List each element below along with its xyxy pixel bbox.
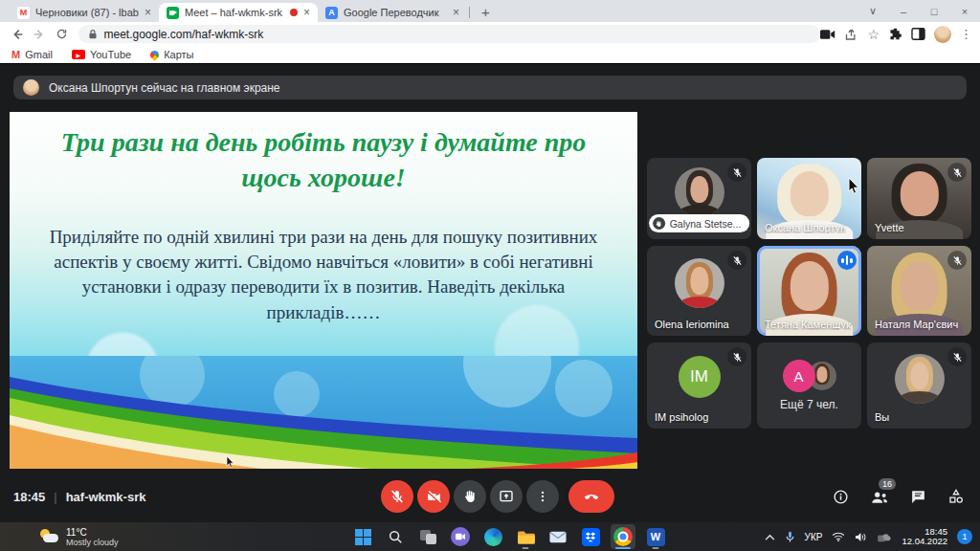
hand-raised-pill: Galyna Stetse... bbox=[649, 214, 750, 232]
more-options-button[interactable] bbox=[526, 480, 559, 513]
hand-icon bbox=[653, 217, 665, 230]
window-controls: ∨ – □ × bbox=[858, 0, 980, 22]
window-maximize-icon[interactable]: □ bbox=[919, 6, 949, 17]
reload-button[interactable] bbox=[51, 23, 74, 46]
dropbox-icon[interactable] bbox=[578, 524, 603, 549]
language-indicator[interactable]: УКР bbox=[805, 532, 823, 542]
system-tray: УКР 18:45 12.04.2022 1 bbox=[765, 527, 972, 547]
participant-tile[interactable]: Olena Ieriomina bbox=[647, 246, 751, 336]
overflow-tile[interactable]: A Ещё 7 чел. bbox=[757, 342, 861, 429]
bookmark-gmail[interactable]: M Gmail bbox=[11, 49, 53, 60]
search-button[interactable] bbox=[383, 524, 408, 549]
meeting-info: 18:45 | haf-wkmk-srk bbox=[13, 490, 145, 504]
window-chevron-icon[interactable]: ∨ bbox=[858, 5, 888, 17]
meet-control-bar: 18:45 | haf-wkmk-srk bbox=[0, 474, 980, 518]
weather-temp: 11°C bbox=[66, 527, 119, 538]
overflow-count: Ещё 7 чел. bbox=[780, 398, 838, 411]
tray-mic-icon[interactable] bbox=[785, 531, 795, 543]
initials-avatar: IM bbox=[679, 356, 721, 398]
bookmark-label: Gmail bbox=[25, 49, 53, 60]
meeting-details-button[interactable] bbox=[833, 489, 849, 505]
edge-icon[interactable] bbox=[480, 524, 505, 549]
tab-close-icon[interactable]: × bbox=[145, 6, 151, 19]
chat-button[interactable] bbox=[910, 489, 926, 505]
share-icon[interactable] bbox=[844, 28, 858, 41]
participant-tile[interactable]: Yvette bbox=[867, 158, 971, 239]
side-panel-icon[interactable] bbox=[911, 28, 925, 40]
bookmark-maps[interactable]: Карты bbox=[150, 49, 193, 60]
extensions-icon[interactable] bbox=[888, 27, 902, 41]
camera-in-use-icon[interactable] bbox=[820, 29, 835, 40]
participants-button[interactable]: 16 bbox=[870, 489, 889, 505]
mic-off-icon bbox=[727, 163, 746, 182]
forward-button[interactable] bbox=[28, 23, 51, 46]
weather-icon bbox=[40, 529, 59, 544]
notification-badge[interactable]: 1 bbox=[957, 529, 972, 544]
tab-close-icon[interactable]: × bbox=[303, 6, 310, 19]
avatar bbox=[675, 258, 724, 308]
tray-cloud-icon[interactable] bbox=[877, 532, 892, 542]
presenter-cursor-icon bbox=[226, 456, 234, 469]
back-button[interactable] bbox=[6, 23, 29, 46]
presenting-banner: Оксана Шпортун сейчас на главном экране bbox=[13, 76, 967, 99]
participant-tile-presenter[interactable]: Оксана Шпортун bbox=[757, 158, 861, 239]
tab-meet[interactable]: Meet – haf-wkmk-srk × bbox=[159, 3, 318, 22]
mic-off-icon bbox=[727, 251, 746, 270]
window-close-icon[interactable]: × bbox=[949, 6, 980, 17]
participant-tile[interactable]: IM IM psiholog bbox=[647, 342, 751, 429]
meeting-code: haf-wkmk-srk bbox=[66, 490, 146, 504]
taskbar-clock[interactable]: 18:45 12.04.2022 bbox=[902, 527, 947, 547]
mic-toggle-button[interactable] bbox=[381, 480, 413, 513]
participant-name: Тетяна Каменщук bbox=[765, 319, 851, 330]
tab-translate[interactable]: A Google Переводчик × bbox=[318, 3, 467, 22]
participant-name: Olena Ieriomina bbox=[655, 319, 729, 330]
chrome-menu-icon[interactable]: ⋮ bbox=[960, 27, 972, 41]
overflow-avatar-letter: A bbox=[783, 360, 815, 392]
participant-tile[interactable]: Наталя Мар'євич bbox=[867, 246, 971, 336]
bookmarks-bar: M Gmail ▶ YouTube Карты bbox=[0, 46, 980, 64]
new-tab-button[interactable]: + bbox=[472, 4, 500, 22]
raise-hand-button[interactable] bbox=[454, 480, 486, 513]
tab-close-icon[interactable]: × bbox=[453, 6, 459, 19]
windows-taskbar: 11°C Mostly cloudy W bbox=[0, 522, 980, 551]
weather-widget[interactable]: 11°C Mostly cloudy bbox=[40, 527, 119, 547]
bookmark-label: Карты bbox=[164, 49, 193, 60]
participant-name: Оксана Шпортун bbox=[765, 222, 846, 233]
file-explorer-icon[interactable] bbox=[513, 524, 538, 549]
start-button[interactable] bbox=[350, 524, 375, 549]
tab-title: Meet – haf-wkmk-srk bbox=[185, 7, 284, 18]
self-tile[interactable]: Вы bbox=[867, 342, 971, 429]
avatar bbox=[895, 354, 945, 404]
slide-body: Приділяйте по одній хвилині три рази на … bbox=[27, 225, 620, 325]
bookmark-star-icon[interactable]: ☆ bbox=[867, 27, 880, 42]
teams-chat-button[interactable] bbox=[448, 524, 473, 549]
banner-text: Оксана Шпортун сейчас на главном экране bbox=[49, 81, 280, 95]
bookmark-label: YouTube bbox=[90, 49, 131, 60]
tray-chevron-icon[interactable] bbox=[765, 534, 775, 540]
participant-tile-speaking[interactable]: Тетяна Каменщук bbox=[757, 246, 861, 336]
slide-rainbow-stripes bbox=[10, 356, 637, 469]
activities-button[interactable] bbox=[947, 488, 965, 505]
url-text[interactable]: meet.google.com/haf-wkmk-srk bbox=[103, 28, 263, 41]
camera-toggle-button[interactable] bbox=[417, 480, 450, 513]
profile-avatar[interactable] bbox=[934, 26, 951, 43]
participant-tile[interactable]: Galyna Stetse... bbox=[647, 158, 751, 239]
task-view-button[interactable] bbox=[415, 524, 440, 549]
wifi-icon[interactable] bbox=[832, 532, 845, 541]
word-icon[interactable]: W bbox=[643, 524, 668, 549]
gmail-favicon-icon: M bbox=[17, 7, 30, 19]
gmail-icon: M bbox=[11, 49, 20, 60]
tab-gmail[interactable]: M Черновики (87) - lbabchyk@gm × bbox=[10, 3, 159, 22]
browser-toolbar: meet.google.com/haf-wkmk-srk ☆ ⋮ bbox=[0, 22, 980, 46]
recording-indicator-icon bbox=[290, 9, 298, 16]
volume-icon[interactable] bbox=[855, 532, 867, 542]
leave-call-button[interactable] bbox=[568, 480, 614, 513]
address-bar[interactable]: meet.google.com/haf-wkmk-srk bbox=[78, 25, 820, 43]
taskbar-icons: W bbox=[350, 524, 668, 549]
chrome-icon[interactable] bbox=[611, 524, 635, 549]
present-screen-button[interactable] bbox=[490, 480, 523, 513]
bookmark-youtube[interactable]: ▶ YouTube bbox=[72, 49, 131, 60]
participant-name: Вы bbox=[875, 411, 889, 423]
window-minimize-icon[interactable]: – bbox=[888, 6, 919, 17]
mail-icon[interactable] bbox=[546, 524, 570, 549]
